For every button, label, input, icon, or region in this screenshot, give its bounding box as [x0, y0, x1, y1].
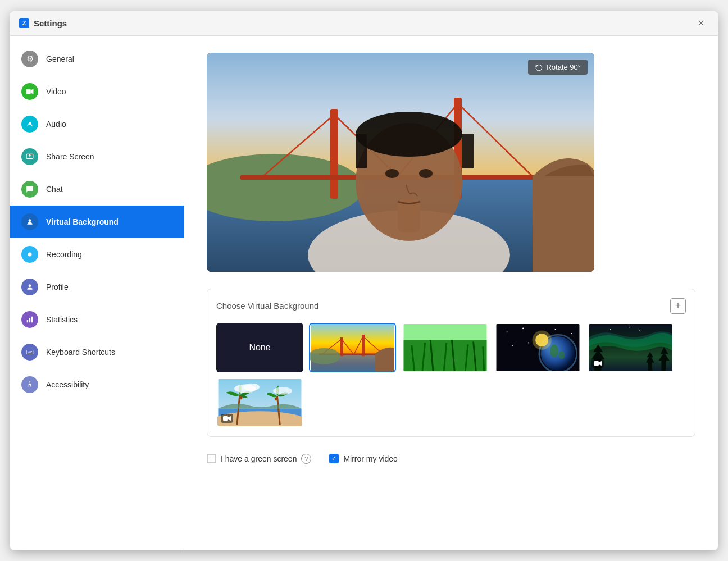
- svg-point-70: [558, 350, 565, 359]
- main-content: Rotate 90° Choose Virtual Background + N…: [184, 36, 718, 550]
- sidebar-item-statistics[interactable]: Statistics: [10, 303, 184, 336]
- svg-point-89: [273, 387, 292, 394]
- svg-point-64: [512, 345, 513, 346]
- choose-header: Choose Virtual Background +: [216, 298, 686, 314]
- app-icon: Z: [19, 18, 29, 28]
- bg-none-label: None: [249, 343, 270, 353]
- aurora-video-badge: [592, 359, 604, 368]
- svg-point-7: [29, 284, 31, 287]
- green-screen-group: I have a green screen ?: [207, 454, 311, 464]
- green-screen-label: I have a green screen: [221, 454, 297, 463]
- svg-point-60: [522, 327, 524, 329]
- svg-marker-1: [31, 89, 34, 94]
- svg-point-62: [555, 329, 556, 330]
- svg-point-65: [528, 342, 529, 343]
- sidebar-item-chat[interactable]: Chat: [10, 173, 184, 206]
- bg-grass-svg: [403, 324, 488, 371]
- window-title-group: Z Settings: [19, 18, 67, 28]
- svg-point-31: [356, 112, 462, 157]
- sidebar-label-keyboard-shortcuts: Keyboard Shortcuts: [46, 348, 115, 357]
- sidebar-item-video[interactable]: Video: [10, 75, 184, 108]
- bg-space-svg: [495, 324, 580, 371]
- svg-point-88: [243, 383, 260, 390]
- sidebar-item-keyboard-shortcuts[interactable]: Keyboard Shortcuts: [10, 336, 184, 368]
- svg-rect-8: [27, 320, 28, 322]
- sidebar-label-profile: Profile: [46, 282, 69, 291]
- content-area: ⚙ General Video Audio: [10, 36, 718, 550]
- mirror-video-label: Mirror my video: [343, 454, 397, 463]
- accessibility-icon: [21, 376, 38, 393]
- sidebar-label-accessibility: Accessibility: [46, 380, 89, 389]
- background-scene: [207, 53, 594, 272]
- svg-point-73: [532, 330, 551, 349]
- svg-rect-33: [462, 134, 474, 168]
- rotate-icon: [535, 63, 543, 71]
- sidebar-label-share-screen: Share Screen: [46, 152, 94, 161]
- sidebar-label-chat: Chat: [46, 185, 63, 194]
- svg-point-75: [610, 329, 611, 330]
- mirror-video-checkbox[interactable]: ✓: [329, 454, 339, 463]
- bg-option-golden-gate[interactable]: [309, 323, 396, 372]
- background-grid: None: [216, 323, 686, 427]
- sidebar-label-virtual-background: Virtual Background: [46, 217, 119, 226]
- sidebar-label-recording: Recording: [46, 250, 82, 259]
- sidebar-item-share-screen[interactable]: Share Screen: [10, 140, 184, 173]
- sidebar-item-accessibility[interactable]: Accessibility: [10, 368, 184, 401]
- add-background-button[interactable]: +: [670, 298, 686, 314]
- sidebar-item-virtual-background[interactable]: Virtual Background: [10, 206, 184, 238]
- video-icon: [21, 83, 38, 100]
- svg-marker-91: [228, 416, 231, 421]
- bg-option-space[interactable]: [494, 323, 581, 372]
- green-screen-checkbox[interactable]: [207, 454, 216, 463]
- svg-point-59: [507, 331, 508, 332]
- svg-point-63: [571, 333, 572, 334]
- svg-point-34: [385, 169, 399, 178]
- svg-rect-21: [330, 109, 338, 199]
- titlebar: Z Settings ×: [10, 11, 718, 36]
- video-badge-icon: [594, 361, 602, 366]
- window-title: Settings: [34, 19, 67, 28]
- bg-option-beach[interactable]: [216, 378, 303, 427]
- svg-point-5: [29, 219, 31, 222]
- rotate-button[interactable]: Rotate 90°: [528, 60, 588, 75]
- svg-point-6: [28, 252, 32, 256]
- sidebar-item-profile[interactable]: Profile: [10, 271, 184, 303]
- sidebar-item-recording[interactable]: Recording: [10, 238, 184, 271]
- bottom-options: I have a green screen ? ✓ Mirror my vide…: [207, 454, 695, 464]
- sidebar-label-audio: Audio: [46, 120, 66, 129]
- profile-icon: [21, 279, 38, 295]
- choose-title: Choose Virtual Background: [216, 301, 319, 311]
- beach-video-badge-icon: [223, 416, 231, 421]
- bg-option-grass[interactable]: [402, 323, 489, 372]
- svg-rect-90: [223, 416, 228, 421]
- svg-point-35: [419, 169, 433, 178]
- bg-golden-gate-svg: [310, 324, 395, 371]
- bg-option-aurora[interactable]: [587, 323, 674, 372]
- virtual-background-icon: [21, 213, 38, 230]
- audio-icon: [21, 116, 38, 133]
- svg-point-86: [275, 397, 278, 400]
- svg-point-69: [550, 344, 558, 357]
- rotate-button-label: Rotate 90°: [546, 63, 581, 71]
- beach-video-badge: [221, 414, 233, 423]
- sidebar-label-statistics: Statistics: [46, 315, 78, 324]
- mirror-video-group: ✓ Mirror my video: [329, 454, 397, 463]
- green-screen-help-icon[interactable]: ?: [301, 454, 311, 464]
- svg-line-55: [483, 346, 484, 371]
- settings-window: Z Settings × ⚙ General Video: [10, 11, 718, 550]
- svg-marker-79: [599, 361, 602, 366]
- bg-option-none[interactable]: None: [216, 323, 303, 372]
- sidebar-label-video: Video: [46, 87, 66, 96]
- sidebar-item-general[interactable]: ⚙ General: [10, 43, 184, 75]
- svg-point-17: [29, 381, 30, 382]
- choose-section: Choose Virtual Background + None: [207, 289, 695, 437]
- video-preview: Rotate 90°: [207, 53, 594, 272]
- statistics-icon: [21, 311, 38, 328]
- share-screen-icon: [21, 148, 38, 165]
- svg-point-85: [239, 396, 243, 399]
- sidebar-item-audio[interactable]: Audio: [10, 108, 184, 140]
- sidebar: ⚙ General Video Audio: [10, 36, 184, 550]
- svg-point-77: [639, 330, 640, 331]
- general-icon: ⚙: [21, 51, 38, 67]
- close-button[interactable]: ×: [693, 15, 709, 31]
